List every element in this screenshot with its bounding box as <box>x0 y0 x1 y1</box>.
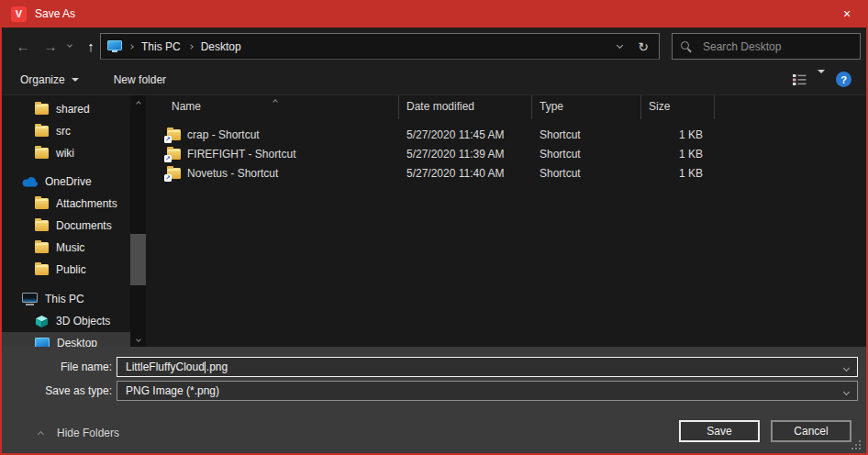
sidebar-item-src[interactable]: src <box>2 120 130 142</box>
forward-button[interactable]: → <box>39 28 62 64</box>
sidebar-item-wiki[interactable]: wiki <box>2 142 130 164</box>
help-icon: ? <box>840 74 847 85</box>
forward-arrow-icon: → <box>44 39 58 54</box>
cancel-button-label: Cancel <box>794 425 828 438</box>
sidebar-scrollbar[interactable] <box>130 95 146 347</box>
file-list: Name Date modified Type Size ↗ crap - Sh… <box>149 95 866 347</box>
command-toolbar: Organize New folder ? <box>2 64 866 95</box>
breadcrumb-separator-icon <box>128 44 134 50</box>
chevron-up-icon <box>38 431 44 438</box>
refresh-icon: ↻ <box>638 39 649 54</box>
back-button[interactable]: ← <box>11 28 35 64</box>
sidebar-item-label: OneDrive <box>45 175 92 188</box>
sidebar-item-documents[interactable]: Documents <box>2 215 130 237</box>
file-name: crap - Shortcut <box>187 128 260 141</box>
hide-folders-button[interactable]: Hide Folders <box>39 427 119 439</box>
chevron-up-icon <box>136 101 141 106</box>
cancel-button[interactable]: Cancel <box>771 420 851 442</box>
chevron-down-icon <box>843 389 850 395</box>
sidebar-item-music[interactable]: Music <box>2 237 130 259</box>
refresh-button[interactable]: ↻ <box>631 34 655 59</box>
file-type: Shortcut <box>532 128 641 141</box>
navigation-bar: ← → ↑ This PC Desktop ↻ <box>2 28 866 64</box>
sidebar-item-label: Documents <box>56 219 112 232</box>
shortcut-arrow-icon: ↗ <box>164 174 172 182</box>
column-header-size[interactable]: Size <box>641 95 715 119</box>
file-size: 1 KB <box>641 148 715 161</box>
folder-icon <box>35 198 49 209</box>
file-name: Novetus - Shortcut <box>187 167 278 180</box>
new-folder-button[interactable]: New folder <box>114 73 166 86</box>
file-name-dropdown-button[interactable] <box>844 361 849 373</box>
save-as-type-dropdown-button[interactable] <box>844 384 849 397</box>
file-date: 5/27/2020 11:40 AM <box>399 167 532 180</box>
chevron-down-icon <box>136 337 141 342</box>
file-name: FIREFIGHT - Shortcut <box>187 148 295 161</box>
file-name-input[interactable]: LittleFluffyCloud .png <box>117 357 858 377</box>
views-dropdown-button[interactable] <box>818 73 825 86</box>
onedrive-cloud-icon <box>22 177 38 187</box>
new-folder-label: New folder <box>114 73 166 86</box>
details-view-icon <box>793 73 807 85</box>
close-button[interactable]: × <box>828 0 866 28</box>
sidebar-item-attachments[interactable]: Attachments <box>2 193 130 215</box>
change-view-button[interactable] <box>793 73 807 85</box>
organize-label: Organize <box>20 73 65 86</box>
this-pc-icon <box>107 40 122 52</box>
sidebar-item-label: src <box>56 125 71 138</box>
column-header-type[interactable]: Type <box>532 95 641 119</box>
address-bar[interactable]: This PC Desktop ↻ <box>100 33 660 60</box>
resize-grip-icon[interactable] <box>851 440 853 442</box>
recent-locations-button[interactable] <box>62 28 77 64</box>
folder-shortcut-icon: ↗ <box>167 168 181 179</box>
menu-arrow-icon <box>818 70 825 86</box>
sidebar-item-label: Public <box>56 263 86 276</box>
sidebar-item-desktop[interactable]: Desktop <box>2 332 130 347</box>
file-date: 5/27/2020 11:39 AM <box>399 148 532 161</box>
sidebar-item-label: shared <box>56 103 90 116</box>
sidebar-item-shared[interactable]: shared <box>2 98 130 120</box>
help-button[interactable]: ? <box>836 72 851 87</box>
table-row[interactable]: ↗ FIREFIGHT - Shortcut 5/27/2020 11:39 A… <box>149 144 866 163</box>
text-caret <box>205 361 206 373</box>
search-icon <box>680 40 692 52</box>
chevron-down-icon <box>616 41 622 48</box>
sidebar-item-public[interactable]: Public <box>2 259 130 281</box>
column-headers: Name Date modified Type Size <box>149 95 866 119</box>
save-as-type-value: PNG Image (*.png) <box>126 384 219 397</box>
window-title: Save As <box>35 7 75 20</box>
folder-icon <box>35 104 49 115</box>
this-pc-icon <box>22 293 38 305</box>
save-as-type-label: Save as type: <box>2 384 117 397</box>
vivaldi-app-icon: V <box>11 6 27 22</box>
folder-shortcut-icon: ↗ <box>167 129 181 140</box>
menu-arrow-icon <box>72 78 79 82</box>
sidebar-item-3d-objects[interactable]: 3D Objects <box>2 310 130 332</box>
chevron-down-icon <box>67 42 72 48</box>
breadcrumb-separator-icon <box>188 44 194 50</box>
search-box[interactable] <box>672 33 861 60</box>
sidebar-item-onedrive[interactable]: OneDrive <box>2 171 130 193</box>
scrollbar-thumb[interactable] <box>130 234 146 285</box>
scroll-up-button[interactable] <box>130 95 146 108</box>
save-as-type-select[interactable]: PNG Image (*.png) <box>117 381 858 401</box>
3d-objects-cube-icon <box>35 315 49 328</box>
hide-folders-label: Hide Folders <box>57 427 119 439</box>
scroll-down-button[interactable] <box>130 334 146 347</box>
file-type: Shortcut <box>532 167 641 180</box>
file-date: 5/27/2020 11:45 AM <box>399 128 532 141</box>
column-header-date-modified[interactable]: Date modified <box>399 95 532 119</box>
table-row[interactable]: ↗ crap - Shortcut 5/27/2020 11:45 AM Sho… <box>149 125 866 144</box>
sidebar-item-label: This PC <box>45 293 84 305</box>
table-row[interactable]: ↗ Novetus - Shortcut 5/27/2020 11:40 AM … <box>149 163 866 183</box>
search-input[interactable] <box>701 39 839 54</box>
close-icon: × <box>843 6 851 21</box>
breadcrumb-this-pc[interactable]: This PC <box>138 40 184 53</box>
sidebar-item-this-pc[interactable]: This PC <box>2 288 130 310</box>
save-button[interactable]: Save <box>679 420 760 442</box>
address-dropdown-button[interactable] <box>607 34 631 59</box>
organize-menu-button[interactable]: Organize <box>20 73 79 86</box>
bottom-panel: File name: LittleFluffyCloud .png Save a… <box>2 347 866 453</box>
breadcrumb-desktop[interactable]: Desktop <box>197 40 245 53</box>
file-size: 1 KB <box>641 167 715 180</box>
